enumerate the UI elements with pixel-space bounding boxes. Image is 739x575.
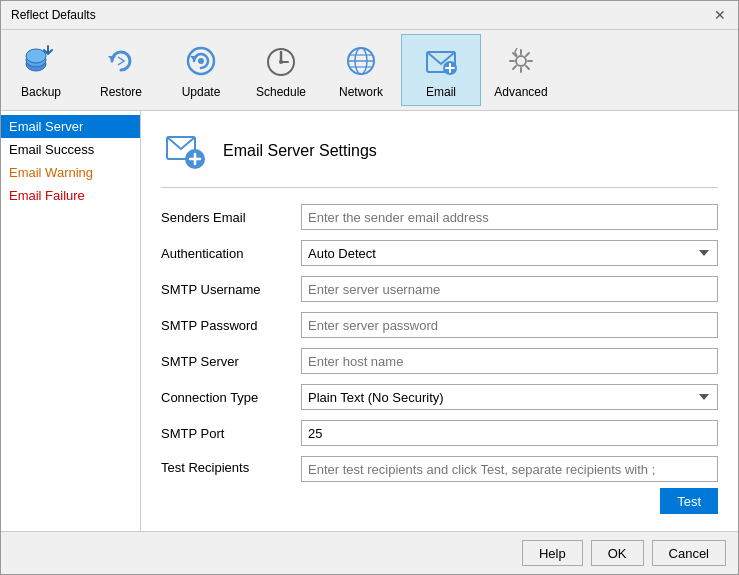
connection-type-select[interactable]: Plain Text (No Security) SSL/TLS STARTTL… (301, 384, 718, 410)
sidebar-item-email-server[interactable]: Email Server (1, 115, 140, 138)
footer: Help OK Cancel (1, 531, 738, 574)
panel-header-icon (161, 127, 209, 175)
form-table: Senders Email Authentication Auto Detect… (161, 204, 718, 514)
toolbar-item-restore[interactable]: Restore (81, 34, 161, 106)
smtp-username-control (301, 276, 718, 302)
authentication-control: Auto Detect None Plain Login CRAM-MD5 (301, 240, 718, 266)
email-label: Email (426, 85, 456, 99)
smtp-server-label: SMTP Server (161, 354, 301, 369)
connection-type-row: Connection Type Plain Text (No Security)… (161, 384, 718, 410)
help-button[interactable]: Help (522, 540, 583, 566)
panel-title: Email Server Settings (223, 142, 377, 160)
panel-header: Email Server Settings (161, 127, 718, 188)
sidebar-item-email-failure[interactable]: Email Failure (1, 184, 140, 207)
smtp-server-row: SMTP Server (161, 348, 718, 374)
smtp-password-row: SMTP Password (161, 312, 718, 338)
test-recipients-row: Test Recipients Test (161, 456, 718, 514)
sidebar-item-email-success[interactable]: Email Success (1, 138, 140, 161)
backup-icon (21, 41, 61, 81)
smtp-password-control (301, 312, 718, 338)
schedule-label: Schedule (256, 85, 306, 99)
smtp-username-input[interactable] (301, 276, 718, 302)
smtp-server-control (301, 348, 718, 374)
connection-type-label: Connection Type (161, 390, 301, 405)
sidebar: Email Server Email Success Email Warning… (1, 111, 141, 531)
svg-marker-3 (108, 56, 116, 61)
smtp-username-label: SMTP Username (161, 282, 301, 297)
senders-email-row: Senders Email (161, 204, 718, 230)
toolbar-item-network[interactable]: Network (321, 34, 401, 106)
authentication-row: Authentication Auto Detect None Plain Lo… (161, 240, 718, 266)
toolbar: Backup Restore Up (1, 30, 738, 111)
smtp-port-label: SMTP Port (161, 426, 301, 441)
sidebar-item-email-warning[interactable]: Email Warning (1, 161, 140, 184)
close-button[interactable]: ✕ (712, 7, 728, 23)
update-icon (181, 41, 221, 81)
test-recipients-label: Test Recipients (161, 456, 301, 475)
smtp-port-input[interactable] (301, 420, 718, 446)
smtp-port-row: SMTP Port (161, 420, 718, 446)
toolbar-item-schedule[interactable]: Schedule (241, 34, 321, 106)
toolbar-item-update[interactable]: Update (161, 34, 241, 106)
toolbar-item-backup[interactable]: Backup (1, 34, 81, 106)
ok-button[interactable]: OK (591, 540, 644, 566)
smtp-password-label: SMTP Password (161, 318, 301, 333)
test-button[interactable]: Test (660, 488, 718, 514)
title-bar: Reflect Defaults ✕ (1, 1, 738, 30)
main-panel: Email Server Settings Senders Email Auth… (141, 111, 738, 531)
toolbar-item-email[interactable]: Email (401, 34, 481, 106)
content-area: Email Server Email Success Email Warning… (1, 111, 738, 531)
advanced-icon (501, 41, 541, 81)
backup-label: Backup (21, 85, 61, 99)
main-window: Reflect Defaults ✕ Backup (0, 0, 739, 575)
email-icon (421, 41, 461, 81)
smtp-port-control (301, 420, 718, 446)
senders-email-control (301, 204, 718, 230)
svg-point-2 (26, 49, 46, 63)
advanced-label: Advanced (494, 85, 547, 99)
smtp-password-input[interactable] (301, 312, 718, 338)
connection-type-control: Plain Text (No Security) SSL/TLS STARTTL… (301, 384, 718, 410)
network-icon (341, 41, 381, 81)
test-recipients-input[interactable] (301, 456, 718, 482)
test-recipients-area: Test (301, 456, 718, 514)
svg-point-6 (198, 58, 204, 64)
network-label: Network (339, 85, 383, 99)
svg-point-10 (279, 60, 283, 64)
authentication-label: Authentication (161, 246, 301, 261)
svg-marker-5 (190, 56, 198, 61)
restore-label: Restore (100, 85, 142, 99)
restore-icon (101, 41, 141, 81)
senders-email-input[interactable] (301, 204, 718, 230)
test-button-row: Test (301, 488, 718, 514)
cancel-button[interactable]: Cancel (652, 540, 726, 566)
svg-point-20 (516, 56, 526, 66)
smtp-username-row: SMTP Username (161, 276, 718, 302)
update-label: Update (182, 85, 221, 99)
senders-email-label: Senders Email (161, 210, 301, 225)
smtp-server-input[interactable] (301, 348, 718, 374)
window-title: Reflect Defaults (11, 8, 96, 22)
schedule-icon (261, 41, 301, 81)
authentication-select[interactable]: Auto Detect None Plain Login CRAM-MD5 (301, 240, 718, 266)
toolbar-item-advanced[interactable]: Advanced (481, 34, 561, 106)
